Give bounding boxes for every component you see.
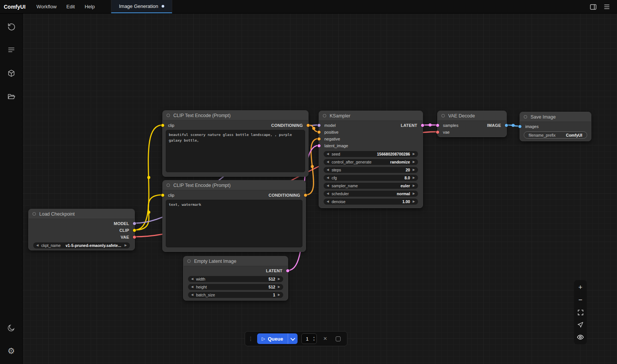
left-arrow-icon[interactable]: ◀ (327, 192, 329, 195)
node-header[interactable]: CLIP Text Encode (Prompt) (163, 111, 308, 120)
widget-ckpt-name[interactable]: ◀ ckpt_name v1-5-pruned-emaonly.safete..… (33, 242, 130, 248)
widget-filename-prefix[interactable]: filename_prefix ComfyUI (524, 131, 587, 139)
menu-help[interactable]: Help (80, 1, 100, 12)
queue-list-button[interactable] (4, 42, 19, 57)
input-port-samples[interactable] (436, 123, 440, 127)
fit-view-button[interactable] (575, 307, 586, 318)
right-arrow-icon[interactable]: ▶ (125, 244, 127, 247)
right-arrow-icon[interactable]: ▶ (413, 184, 415, 187)
node-clip-text-encode-negative[interactable]: CLIP Text Encode (Prompt) clip CONDITION… (162, 180, 306, 252)
chevron-down-icon[interactable] (288, 333, 298, 344)
widget-control-after-generate[interactable]: ◀ control_after_generate randomize ▶ (324, 159, 418, 165)
zoom-in-button[interactable]: + (575, 282, 586, 293)
zoom-out-button[interactable]: − (575, 294, 586, 305)
node-load-checkpoint[interactable]: Load Checkpoint MODEL CLIP VAE ◀ ckpt_na… (28, 209, 135, 250)
node-library-button[interactable] (4, 66, 19, 81)
collapse-dot[interactable] (167, 184, 170, 187)
workflows-folder-button[interactable] (4, 89, 19, 104)
output-port-image[interactable] (504, 123, 508, 127)
negative-prompt-textarea[interactable]: text, watermark (166, 200, 302, 247)
collapse-dot[interactable] (187, 259, 191, 263)
collapse-dot[interactable] (441, 114, 445, 117)
widget-width[interactable]: ◀ width 512 ▶ (188, 276, 283, 282)
widget-steps[interactable]: ◀ steps 20 ▶ (324, 167, 418, 173)
input-port-negative[interactable] (317, 137, 321, 141)
right-arrow-icon[interactable]: ▶ (413, 200, 415, 203)
settings-button[interactable]: ⚙ (4, 344, 19, 359)
widget-cfg[interactable]: ◀ cfg 8.0 ▶ (324, 175, 418, 181)
output-port-conditioning[interactable] (306, 123, 310, 127)
node-vae-decode[interactable]: VAE Decode samples IMAGE vae (437, 111, 507, 137)
left-arrow-icon[interactable]: ◀ (191, 293, 193, 296)
widget-height[interactable]: ◀ height 512 ▶ (188, 284, 283, 290)
right-arrow-icon[interactable]: ▶ (413, 176, 415, 179)
left-arrow-icon[interactable]: ◀ (327, 176, 329, 179)
output-port-latent[interactable] (421, 123, 424, 127)
widget-denoise[interactable]: ◀ denoise 1.00 ▶ (324, 199, 418, 205)
hamburger-menu-button[interactable] (601, 1, 612, 12)
theme-toggle-button[interactable] (4, 320, 19, 335)
positive-prompt-textarea[interactable]: beautiful scenery nature glass bottle la… (166, 130, 305, 172)
widget-batch-size[interactable]: ◀ batch_size 1 ▶ (188, 292, 283, 298)
collapse-dot[interactable] (167, 114, 170, 117)
input-port-vae[interactable] (436, 130, 440, 134)
left-arrow-icon[interactable]: ◀ (191, 278, 193, 281)
cancel-button[interactable]: × (321, 333, 330, 344)
node-header[interactable]: CLIP Text Encode (Prompt) (163, 180, 305, 190)
right-arrow-icon[interactable]: ▶ (413, 153, 415, 156)
node-header[interactable]: Load Checkpoint (29, 209, 134, 219)
node-ksampler[interactable]: KSampler model LATENT positive negative … (319, 111, 423, 208)
output-port-model[interactable] (133, 222, 136, 225)
right-arrow-icon[interactable]: ▶ (413, 192, 415, 195)
select-mode-button[interactable] (575, 319, 586, 330)
collapse-dot[interactable] (323, 114, 326, 117)
left-arrow-icon[interactable]: ◀ (191, 285, 193, 288)
node-header[interactable]: Save Image (520, 112, 591, 122)
batch-count-input[interactable] (302, 334, 313, 344)
output-port-conditioning[interactable] (304, 193, 307, 197)
left-arrow-icon[interactable]: ◀ (327, 168, 329, 171)
node-header[interactable]: Empty Latent Image (184, 256, 288, 266)
stop-button[interactable] (333, 333, 342, 344)
output-port-clip[interactable] (133, 228, 136, 232)
tab-image-generation[interactable]: Image Generation (111, 0, 172, 13)
left-arrow-icon[interactable]: ◀ (327, 200, 329, 203)
widget-sampler-name[interactable]: ◀ sampler_name euler ▶ (324, 183, 418, 189)
node-header[interactable]: KSampler (319, 111, 423, 121)
left-arrow-icon[interactable]: ◀ (327, 153, 329, 156)
right-arrow-icon[interactable]: ▶ (413, 168, 415, 171)
input-port-clip[interactable] (161, 193, 165, 197)
left-arrow-icon[interactable]: ◀ (36, 244, 39, 247)
input-port-latent-image[interactable] (317, 144, 321, 148)
node-save-image[interactable]: Save Image images filename_prefix ComfyU… (520, 112, 591, 141)
right-arrow-icon[interactable]: ▶ (278, 293, 280, 296)
left-arrow-icon[interactable]: ◀ (327, 184, 329, 187)
right-arrow-icon[interactable]: ▶ (278, 278, 280, 281)
node-empty-latent-image[interactable]: Empty Latent Image LATENT ◀ width 512 ▶ … (183, 256, 288, 301)
left-arrow-icon[interactable]: ◀ (327, 160, 329, 163)
widget-seed[interactable]: ◀ seed 156680208700286 ▶ (324, 151, 418, 157)
collapse-dot[interactable] (32, 212, 36, 216)
input-port-positive[interactable] (317, 130, 321, 134)
output-port-vae[interactable] (133, 235, 136, 239)
right-arrow-icon[interactable]: ▶ (278, 285, 280, 288)
input-port-model[interactable] (317, 123, 321, 127)
queue-button[interactable]: ▷ Queue (257, 333, 298, 344)
output-port-latent[interactable] (286, 269, 290, 273)
toggle-visibility-button[interactable] (575, 332, 586, 343)
node-header[interactable]: VAE Decode (438, 111, 506, 121)
increment-count-button[interactable]: ▴ (313, 336, 315, 339)
collapse-dot[interactable] (524, 115, 527, 119)
app-logo[interactable]: ComfyUI (0, 0, 32, 13)
input-port-clip[interactable] (161, 123, 165, 127)
drag-handle[interactable]: ⋮ (248, 336, 253, 342)
input-port-images[interactable] (518, 125, 522, 128)
right-arrow-icon[interactable]: ▶ (413, 160, 415, 163)
menu-edit[interactable]: Edit (62, 1, 80, 12)
decrement-count-button[interactable]: ▾ (313, 339, 315, 342)
toggle-panel-button[interactable] (588, 1, 599, 12)
workflow-history-button[interactable] (4, 19, 19, 34)
widget-scheduler[interactable]: ◀ scheduler normal ▶ (324, 191, 418, 197)
menu-workflow[interactable]: Workflow (32, 1, 62, 12)
node-clip-text-encode-positive[interactable]: CLIP Text Encode (Prompt) clip CONDITION… (162, 110, 308, 177)
